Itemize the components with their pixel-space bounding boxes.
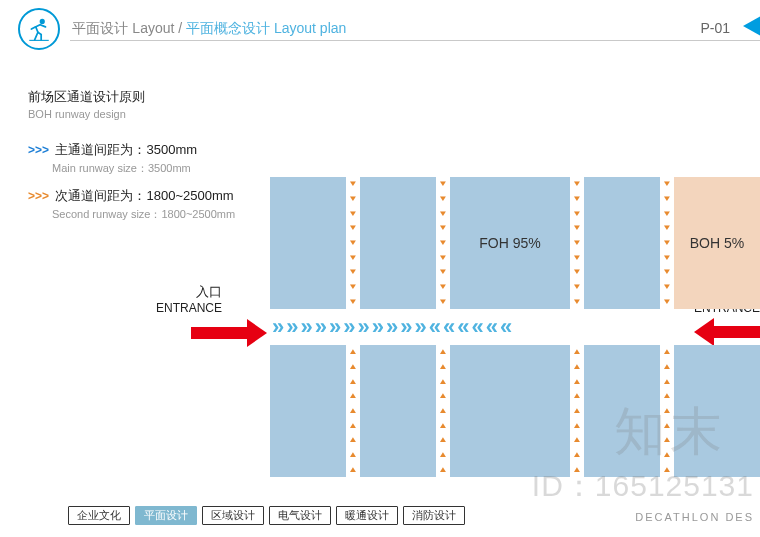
tab-corporate-culture[interactable]: 企业文化 bbox=[68, 506, 130, 525]
chevron-right-icon: » bbox=[415, 316, 423, 338]
diagram-block-foh: FOH 95% bbox=[450, 177, 570, 309]
chevron-left-icon: « bbox=[443, 316, 451, 338]
page-number: P-01 bbox=[700, 20, 730, 36]
chevron-right-icon: » bbox=[272, 316, 280, 338]
diagram-block bbox=[584, 345, 660, 477]
spec-second-cn: 次通道间距为：1800~2500mm bbox=[55, 188, 233, 203]
corner-triangle-icon bbox=[743, 16, 760, 36]
chevron-right-icon: » bbox=[400, 316, 408, 338]
vertical-runway: ▼▼▼▼▼▼▼▼▼ bbox=[570, 177, 584, 309]
vertical-runway: ▲▲▲▲▲▲▲▲▲ bbox=[436, 345, 450, 477]
header-divider bbox=[70, 40, 760, 41]
chevron-right-icon: » bbox=[343, 316, 351, 338]
arrow-right-icon bbox=[191, 321, 267, 345]
logo-icon bbox=[18, 8, 60, 50]
diagram-block bbox=[270, 345, 346, 477]
tab-layout-design[interactable]: 平面设计 bbox=[135, 506, 197, 525]
vertical-runway: ▲▲▲▲▲▲▲▲▲ bbox=[570, 345, 584, 477]
breadcrumb-part-1: 平面设计 Layout / bbox=[72, 20, 186, 36]
entrance-en: ENTRANCE bbox=[156, 301, 222, 315]
marker-icon: >>> bbox=[28, 143, 49, 157]
footer-brand: DECATHLON DES bbox=[635, 511, 754, 523]
diagram-block-boh: BOH 5% bbox=[674, 177, 760, 309]
section-title-en: BOH runway design bbox=[28, 108, 235, 120]
spec-main-cn: 主通道间距为：3500mm bbox=[55, 142, 197, 157]
diagram-block bbox=[360, 177, 436, 309]
chevron-right-icon: » bbox=[286, 316, 294, 338]
tab-fire-design[interactable]: 消防设计 bbox=[403, 506, 465, 525]
diagram-row-bottom: ▲▲▲▲▲▲▲▲▲ ▲▲▲▲▲▲▲▲▲ ▲▲▲▲▲▲▲▲▲ ▲▲▲▲▲▲▲▲▲ bbox=[270, 345, 760, 477]
chevron-right-icon: » bbox=[372, 316, 380, 338]
entrance-cn: 入口 bbox=[156, 283, 222, 301]
vertical-runway: ▼▼▼▼▼▼▼▼▼ bbox=[660, 177, 674, 309]
spec-text-block: 前场区通道设计原则 BOH runway design >>> 主通道间距为：3… bbox=[28, 88, 235, 222]
chevron-right-icon: » bbox=[315, 316, 323, 338]
tab-hvac-design[interactable]: 暖通设计 bbox=[336, 506, 398, 525]
chevron-right-icon: » bbox=[386, 316, 394, 338]
chevron-right-icon: » bbox=[329, 316, 337, 338]
breadcrumb-part-2: 平面概念设计 Layout plan bbox=[186, 20, 346, 36]
chevron-left-icon: « bbox=[472, 316, 480, 338]
spec-main: >>> 主通道间距为：3500mm Main runway size：3500m… bbox=[28, 140, 235, 176]
spec-main-en: Main runway size：3500mm bbox=[52, 161, 235, 176]
entrance-label-left: 入口 ENTRANCE bbox=[156, 283, 222, 315]
breadcrumb: 平面设计 Layout / 平面概念设计 Layout plan bbox=[72, 20, 346, 38]
layout-diagram: ▼▼▼▼▼▼▼▼▼ ▼▼▼▼▼▼▼▼▼ FOH 95% ▼▼▼▼▼▼▼▼▼ ▼▼… bbox=[270, 177, 760, 487]
vertical-runway: ▼▼▼▼▼▼▼▼▼ bbox=[346, 177, 360, 309]
section-title-cn: 前场区通道设计原则 bbox=[28, 88, 235, 106]
diagram-block bbox=[450, 345, 570, 477]
chevron-left-icon: « bbox=[500, 316, 508, 338]
chevron-left-icon: « bbox=[457, 316, 465, 338]
horizontal-runway: » » » » » » » » » » » « « « « « « bbox=[270, 309, 760, 345]
diagram-row-top: ▼▼▼▼▼▼▼▼▼ ▼▼▼▼▼▼▼▼▼ FOH 95% ▼▼▼▼▼▼▼▼▼ ▼▼… bbox=[270, 177, 760, 309]
chevron-right-icon: » bbox=[358, 316, 366, 338]
tab-area-design[interactable]: 区域设计 bbox=[202, 506, 264, 525]
spec-second-en: Second runway size：1800~2500mm bbox=[52, 207, 235, 222]
diagram-block bbox=[360, 345, 436, 477]
diagram-block bbox=[270, 177, 346, 309]
tab-electrical-design[interactable]: 电气设计 bbox=[269, 506, 331, 525]
spec-second: >>> 次通道间距为：1800~2500mm Second runway siz… bbox=[28, 186, 235, 222]
header: 平面设计 Layout / 平面概念设计 Layout plan P-01 bbox=[0, 0, 760, 60]
footer-tabs: 企业文化 平面设计 区域设计 电气设计 暖通设计 消防设计 bbox=[68, 506, 465, 525]
chevron-left-icon: « bbox=[429, 316, 437, 338]
marker-icon: >>> bbox=[28, 189, 49, 203]
diagram-block bbox=[584, 177, 660, 309]
vertical-runway: ▲▲▲▲▲▲▲▲▲ bbox=[346, 345, 360, 477]
diagram-block bbox=[674, 345, 760, 477]
svg-rect-1 bbox=[29, 40, 49, 41]
chevron-right-icon: » bbox=[301, 316, 309, 338]
svg-point-0 bbox=[41, 20, 44, 23]
vertical-runway: ▲▲▲▲▲▲▲▲▲ bbox=[660, 345, 674, 477]
chevron-left-icon: « bbox=[486, 316, 494, 338]
vertical-runway: ▼▼▼▼▼▼▼▼▼ bbox=[436, 177, 450, 309]
